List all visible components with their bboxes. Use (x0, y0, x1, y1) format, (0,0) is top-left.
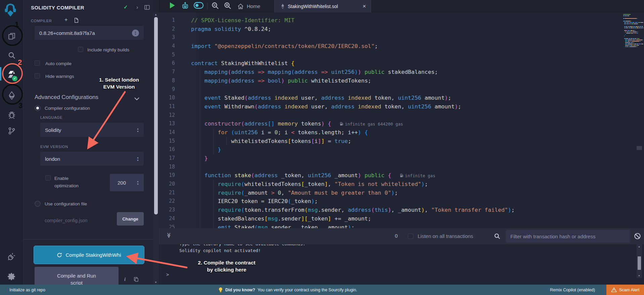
config-file-name: compiler_config.json (45, 218, 88, 223)
zoom-out-icon[interactable] (211, 2, 219, 10)
remix-logo-icon[interactable] (3, 2, 18, 17)
line-number: 17 (159, 154, 184, 163)
info-icon[interactable]: i (124, 277, 126, 282)
gas-estimate-annotation: infinite gas 644200 gas (340, 121, 403, 127)
ai-copilot-robot-icon[interactable] (181, 2, 189, 10)
chevron-down-icon[interactable] (134, 96, 139, 102)
did-you-know-tip: Did you know? You can verify your contra… (218, 287, 357, 293)
tab-home[interactable]: Home (233, 0, 264, 12)
scam-alert-button[interactable]: Scam Alert (606, 285, 644, 295)
lightbulb-icon (218, 287, 223, 293)
minimap[interactable] (623, 14, 643, 48)
line-number: 21 (159, 189, 184, 197)
git-icon[interactable] (6, 126, 17, 136)
optimization-runs-value: 200 (118, 180, 126, 186)
line-number: 3 (159, 33, 184, 42)
compiler-configuration-radio[interactable] (35, 105, 41, 111)
version-stepper-icon[interactable]: ▲▼ (132, 30, 139, 37)
status-bar: Initialize as git repo Did you know? You… (0, 285, 644, 295)
panel-expand-icon[interactable]: › (136, 4, 138, 11)
refresh-icon (57, 252, 62, 258)
line-number: 9 (159, 85, 184, 94)
terminal: ≫ 0 Listen on all transactions Type the … (159, 228, 644, 285)
terminal-scrollbar-thumb[interactable] (638, 256, 641, 270)
compile-and-run-button[interactable]: Compile and Runscript (35, 267, 119, 287)
search-icon[interactable] (6, 50, 17, 61)
line-number: 24 (159, 214, 184, 223)
compiler-section-label: COMPILER (31, 19, 52, 23)
auto-compile-checkbox[interactable] (35, 60, 40, 66)
home-icon (237, 3, 244, 9)
include-nightly-checkbox[interactable] (78, 47, 83, 52)
compiler-version-value: 0.8.26+commit.8a97fa7a (39, 30, 95, 36)
toolbar-divider (207, 3, 208, 10)
listen-transactions-checkbox[interactable] (408, 234, 413, 239)
terminal-prompt[interactable]: > (166, 272, 169, 277)
editor-scrollbar-thumb[interactable] (637, 146, 642, 150)
tab-staking-with-whitelist[interactable]: StakingWithWhitelist.sol × (274, 0, 371, 12)
debugger-icon[interactable] (6, 109, 17, 120)
warning-triangle-icon (611, 287, 617, 292)
activity-bar: ✓ (0, 0, 24, 285)
zoom-in-icon[interactable] (224, 2, 232, 10)
language-value: Solidity (45, 127, 61, 133)
language-label: LANGUAGE (40, 115, 62, 119)
file-explorer-icon[interactable] (6, 31, 17, 42)
plugin-manager-icon[interactable] (6, 251, 17, 262)
evm-version-select[interactable]: london ▲▼ (40, 152, 144, 166)
terminal-collapse-icon[interactable]: ≫ (166, 233, 172, 238)
terminal-search-icon[interactable] (494, 233, 501, 241)
compiler-version-select[interactable]: 0.8.26+commit.8a97fa7a ▲▼ (35, 26, 144, 40)
line-number: 16 (159, 145, 184, 154)
scroll-down-icon[interactable]: ▼ (638, 275, 640, 277)
line-number: 18 (159, 163, 184, 171)
change-config-button[interactable]: Change (117, 212, 144, 226)
copy-icon[interactable] (134, 277, 139, 283)
use-configuration-file-label: Use configuration file (45, 201, 87, 206)
tab-close-icon[interactable]: × (363, 3, 366, 10)
file-config-icon[interactable] (74, 18, 79, 24)
line-number: 8 (159, 77, 184, 85)
line-number: 1 (159, 16, 184, 25)
popout-window-icon[interactable] (144, 5, 150, 11)
evm-stepper-icon: ▲▼ (137, 156, 139, 161)
include-nightly-label: Include nightly builds (87, 47, 129, 52)
evm-version-label: EVM VERSION (40, 145, 68, 149)
advanced-configurations-toggle[interactable]: Advanced Configurations (35, 94, 98, 101)
add-compiler-icon[interactable]: + (64, 17, 67, 23)
scroll-up-icon[interactable]: ▲ (638, 245, 640, 248)
enable-optimization-checkbox[interactable] (45, 175, 51, 181)
language-select[interactable]: Solidity ▲▼ (40, 123, 144, 137)
clear-console-icon[interactable] (634, 233, 641, 241)
code-editor[interactable]: 1// SPDX-License-Identifier: MIT2pragma … (159, 12, 644, 228)
hide-warnings-checkbox[interactable] (35, 73, 40, 79)
code-lines[interactable]: 1// SPDX-License-Identifier: MIT2pragma … (159, 16, 644, 228)
gas-estimate-annotation: infinite gas (400, 173, 435, 178)
transaction-count: 0 (395, 233, 398, 239)
panel-scrollbar-thumb[interactable] (154, 17, 158, 214)
remix-copilot-status[interactable]: Remix Copilot (enabled) (550, 288, 595, 292)
panel-divider (24, 239, 153, 240)
panel-scrollbar[interactable]: ▲ ▼ (153, 12, 159, 285)
scroll-up-icon[interactable]: ▲ (154, 13, 157, 16)
terminal-header: ≫ 0 Listen on all transactions (159, 228, 644, 244)
line-number: 22 (159, 197, 184, 206)
line-number: 19 (159, 171, 184, 180)
scroll-down-icon[interactable]: ▼ (154, 281, 157, 284)
terminal-scrollbar[interactable]: ▲ ▼ (637, 244, 642, 278)
transaction-filter-input[interactable] (506, 230, 630, 243)
optimization-runs-input[interactable]: 200 ▲▼ (110, 174, 144, 191)
runs-stepper-icon[interactable]: ▲▼ (137, 180, 139, 185)
deploy-run-icon[interactable] (6, 90, 17, 101)
line-number: 7 (159, 68, 184, 77)
remix-ide-window: ✓ SOLIDITY COMPILER ✓ › COMPILER + 0.8 (0, 0, 644, 295)
compile-button[interactable]: Compile StakingWithWhi (34, 246, 144, 264)
copilot-toggle-icon[interactable] (193, 2, 204, 9)
hide-warnings-label: Hide warnings (45, 74, 74, 79)
init-git-repo-button[interactable]: Initialize as git repo (9, 288, 45, 292)
language-stepper-icon: ▲▼ (137, 128, 139, 133)
settings-gear-icon[interactable] (6, 271, 17, 282)
use-configuration-file-radio[interactable] (35, 201, 41, 207)
run-script-play-icon[interactable] (169, 2, 176, 9)
line-number: 15 (159, 137, 184, 146)
